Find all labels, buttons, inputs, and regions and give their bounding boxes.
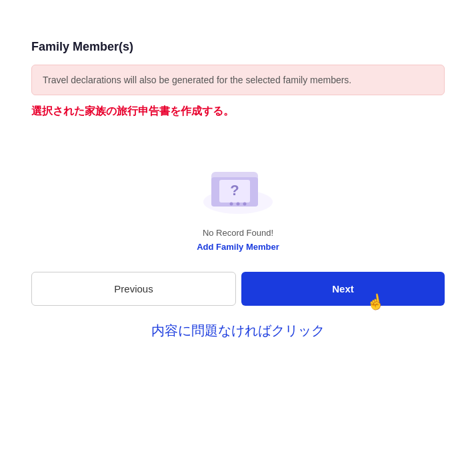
japanese-note: 選択された家族の旅行申告書を作成する。 [31, 105, 445, 119]
add-family-member-link[interactable]: Add Family Member [197, 242, 279, 252]
next-button-label: Next [332, 283, 354, 294]
svg-text:?: ? [230, 182, 239, 199]
no-record-text: No Record Found! [203, 228, 273, 238]
next-button[interactable]: Next ☝ [241, 272, 445, 306]
previous-button[interactable]: Previous [31, 272, 236, 306]
svg-point-5 [230, 203, 233, 206]
info-banner: Travel declarations will also be generat… [31, 65, 445, 95]
svg-point-6 [237, 203, 240, 206]
cursor-icon: ☝ [365, 292, 386, 312]
page-container: Family Member(s) Travel declarations wil… [31, 27, 445, 353]
info-banner-text: Travel declarations will also be generat… [43, 75, 351, 85]
click-hint: 内容に問題なければクリック [31, 322, 445, 340]
svg-point-7 [243, 203, 247, 206]
no-record-illustration: ? [198, 152, 278, 219]
button-row: Previous Next ☝ [31, 272, 445, 306]
section-title: Family Member(s) [31, 40, 445, 54]
empty-state: ? No Record Found! Add Family Member [31, 139, 445, 272]
